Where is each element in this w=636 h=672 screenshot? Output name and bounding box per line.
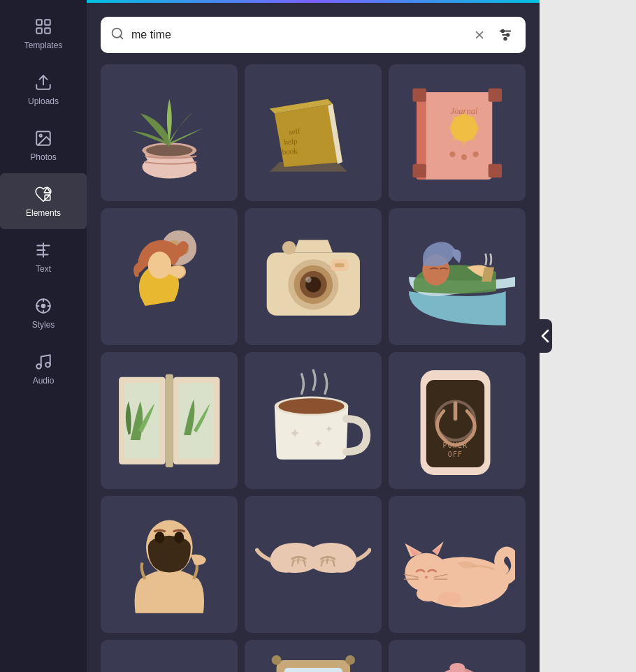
element-coffee-mug[interactable]: ✦ ✦ ✦ xyxy=(245,352,382,489)
svg-line-77 xyxy=(298,557,298,564)
svg-point-14 xyxy=(41,304,46,309)
canvas-area[interactable] xyxy=(540,0,636,672)
elements-icon xyxy=(34,184,53,204)
collapse-panel-button[interactable] xyxy=(538,319,552,353)
search-icon xyxy=(110,27,124,43)
svg-text:book: book xyxy=(282,146,298,156)
svg-point-25 xyxy=(507,34,509,36)
element-face-mask[interactable] xyxy=(101,496,238,633)
grid-row-5 xyxy=(101,640,526,672)
panel-wrapper: self help book xyxy=(87,0,540,672)
svg-point-16 xyxy=(45,363,50,367)
svg-point-42 xyxy=(461,154,467,160)
svg-point-85 xyxy=(405,553,447,592)
svg-point-56 xyxy=(282,241,296,254)
svg-rect-35 xyxy=(412,88,426,101)
filter-button[interactable] xyxy=(495,24,516,45)
svg-text:help: help xyxy=(284,136,298,146)
music-icon: ♪ xyxy=(34,352,53,372)
sidebar-item-styles[interactable]: Styles xyxy=(0,285,87,341)
svg-point-24 xyxy=(502,30,505,33)
svg-point-43 xyxy=(472,151,478,156)
search-bar xyxy=(101,17,526,53)
grid-row-3: ✦ ✦ ✦ P xyxy=(101,352,526,489)
svg-text:OFF: OFF xyxy=(447,450,463,458)
element-phone-poweroff[interactable]: POWER OFF xyxy=(389,352,526,489)
element-girl-towel[interactable] xyxy=(389,640,526,672)
sidebar-item-label: Audio xyxy=(33,376,55,386)
grid-icon xyxy=(34,17,53,36)
sidebar-item-label: Photos xyxy=(30,152,56,162)
sidebar-item-label: Elements xyxy=(26,208,61,218)
svg-rect-2 xyxy=(36,28,42,34)
sidebar-item-templates[interactable]: Templates xyxy=(0,6,87,61)
clear-search-button[interactable] xyxy=(471,27,488,43)
svg-rect-3 xyxy=(45,28,50,34)
element-cat-sleeping[interactable] xyxy=(389,496,526,633)
element-journal[interactable]: Journal xyxy=(389,64,526,201)
svg-point-64 xyxy=(278,398,344,414)
svg-point-6 xyxy=(40,135,42,137)
svg-point-74 xyxy=(154,532,164,543)
svg-text:POWER: POWER xyxy=(442,441,468,449)
sidebar: Templates Uploads Photos Elements Text xyxy=(0,0,87,672)
element-mirror[interactable] xyxy=(245,640,382,672)
element-plant[interactable] xyxy=(101,64,238,201)
svg-rect-37 xyxy=(412,163,426,177)
grid-row-1: self help book xyxy=(101,64,526,201)
svg-point-47 xyxy=(147,251,171,279)
search-bar-wrapper xyxy=(87,3,540,64)
sidebar-item-text[interactable]: Text xyxy=(0,229,87,285)
image-icon xyxy=(34,129,53,148)
svg-text:✦: ✦ xyxy=(289,425,300,441)
svg-point-103 xyxy=(345,655,355,665)
element-open-window[interactable] xyxy=(101,352,238,489)
svg-text:✦: ✦ xyxy=(325,423,333,434)
svg-point-26 xyxy=(504,38,507,41)
svg-rect-0 xyxy=(36,20,42,25)
svg-rect-38 xyxy=(488,163,501,177)
element-girl-reading[interactable] xyxy=(101,208,238,345)
svg-rect-61 xyxy=(179,383,214,458)
element-eye-mask[interactable] xyxy=(245,496,382,633)
grid-row-2 xyxy=(101,208,526,345)
sidebar-item-uploads[interactable]: Uploads xyxy=(0,61,87,117)
grid-row-4 xyxy=(101,496,526,633)
sidebar-item-label: Uploads xyxy=(28,96,59,106)
svg-point-53 xyxy=(305,277,311,282)
svg-rect-1 xyxy=(45,20,50,25)
upload-icon xyxy=(34,73,53,92)
svg-point-15 xyxy=(36,364,41,369)
svg-rect-100 xyxy=(284,668,342,672)
search-input[interactable] xyxy=(131,29,464,41)
element-self-help-book[interactable]: self help book xyxy=(245,64,382,201)
elements-panel: self help book xyxy=(87,0,540,672)
svg-rect-55 xyxy=(335,263,345,268)
svg-point-113 xyxy=(449,663,465,672)
svg-rect-36 xyxy=(488,88,501,101)
sidebar-item-label: Styles xyxy=(32,320,55,330)
svg-line-18 xyxy=(120,36,123,39)
element-camera[interactable] xyxy=(245,208,382,345)
svg-point-75 xyxy=(174,532,184,543)
sidebar-item-elements[interactable]: Elements xyxy=(0,173,87,229)
svg-point-84 xyxy=(438,592,461,605)
svg-point-41 xyxy=(449,151,455,156)
sidebar-item-label: Text xyxy=(36,264,51,274)
element-bath[interactable] xyxy=(101,640,238,672)
svg-rect-62 xyxy=(165,374,173,467)
sidebar-item-photos[interactable]: Photos xyxy=(0,117,87,173)
svg-text:self: self xyxy=(289,126,301,136)
palette-icon xyxy=(34,296,53,316)
svg-text:Journal: Journal xyxy=(450,105,477,115)
svg-text:✦: ✦ xyxy=(313,437,323,451)
text-icon xyxy=(34,240,53,260)
element-girl-relaxing[interactable] xyxy=(389,208,526,345)
svg-line-80 xyxy=(326,557,327,564)
sidebar-item-label: Templates xyxy=(24,41,63,50)
elements-grid: self help book xyxy=(87,64,540,672)
sidebar-item-audio[interactable]: ♪ Audio xyxy=(0,341,87,397)
svg-point-102 xyxy=(271,655,281,665)
